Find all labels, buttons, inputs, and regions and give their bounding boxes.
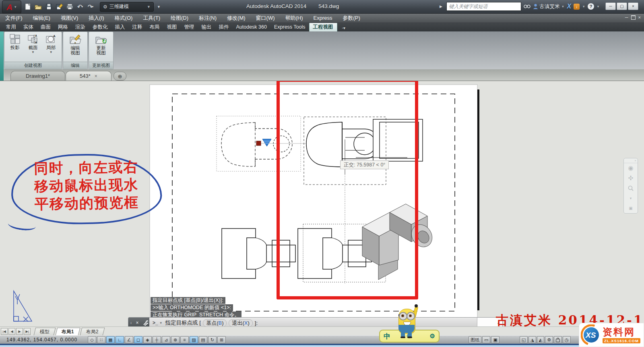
close-button[interactable]: × <box>628 2 638 10</box>
quick-view-drawings-icon[interactable]: ▣ <box>491 336 499 343</box>
annotation-autoscale-icon[interactable]: ◭ <box>537 336 544 343</box>
update-view-button[interactable]: ↻ 更新视图 <box>92 33 110 55</box>
gear-icon[interactable]: ⚙ <box>430 332 435 340</box>
menu-window[interactable]: 窗口(W) <box>251 13 280 23</box>
menu-express[interactable]: Express <box>308 13 338 23</box>
lock-icon[interactable] <box>554 336 562 343</box>
new-drawing-button[interactable]: ⊕ <box>114 72 126 81</box>
maximize-button[interactable]: ▢ <box>617 2 627 10</box>
next-layout-button[interactable]: ▶ <box>16 328 23 335</box>
ribbon-minimize-button[interactable]: ▫▾ <box>340 25 348 31</box>
last-layout-button[interactable]: ▶| <box>24 328 31 335</box>
menu-file[interactable]: 文件(F) <box>0 13 28 23</box>
search-input[interactable]: 键入关键字或短语 <box>446 2 521 11</box>
application-menu-button[interactable]: A▼ <box>2 0 21 14</box>
option-exit-button[interactable]: 退出(X) <box>229 319 252 327</box>
menu-format[interactable]: 格式(O) <box>109 13 138 23</box>
ribbon-tab-view[interactable]: 视图 <box>163 23 181 31</box>
infocenter-collapse-button[interactable]: ▶ <box>438 3 444 10</box>
showmotion-icon[interactable]: ▣ <box>624 203 638 213</box>
panel-label-edit[interactable]: 编辑 <box>63 62 87 69</box>
quick-properties-icon[interactable]: ▤ <box>199 336 207 343</box>
menu-modify[interactable]: 修改(M) <box>222 13 251 23</box>
coordinate-readout[interactable]: 149.4362, 154.0457, 0.0000 <box>6 337 77 343</box>
menu-view[interactable]: 视图(V) <box>56 13 83 23</box>
ribbon-tab-layout[interactable]: 布局 <box>146 23 163 31</box>
command-input[interactable]: 指定目标点或 [ 基点(B) 退出(X) ]: <box>165 319 258 327</box>
close-icon[interactable]: × <box>95 73 97 79</box>
doc-minimize-button[interactable]: ─ <box>625 15 628 20</box>
detail-view-button[interactable]: A 局部 ▼ <box>43 33 59 54</box>
command-prompt-icon[interactable]: >_▼ <box>153 320 163 326</box>
selection-cycling-icon[interactable]: ↻ <box>208 336 217 343</box>
navigation-wheel-icon[interactable]: ◉ <box>624 163 638 173</box>
annotation-monitor-icon[interactable]: ⊞ <box>217 336 226 343</box>
undo-button[interactable]: ↶▾ <box>76 2 85 11</box>
minimize-button[interactable]: ─ <box>605 2 616 10</box>
save-button[interactable] <box>44 2 53 11</box>
annotation-scale-gear-icon[interactable]: ⚙ <box>545 336 553 343</box>
tab-layout2[interactable]: 布局2 <box>80 328 104 335</box>
redo-button[interactable]: ↷▾ <box>86 2 95 11</box>
ribbon-tab-output[interactable]: 输出 <box>198 23 215 31</box>
tab-layout1[interactable]: 布局1 <box>56 328 80 335</box>
3d-object-snap-icon[interactable]: ◈ <box>143 336 152 343</box>
object-snap-tracking-icon[interactable]: ┼ <box>153 336 161 343</box>
tab-model[interactable]: 模型 <box>34 328 56 335</box>
signin-user[interactable]: 古滇艾米 ▼ <box>533 3 565 10</box>
clean-screen-icon[interactable]: ◷ <box>563 336 571 343</box>
plot-button[interactable] <box>65 2 74 11</box>
ribbon-tab-mesh[interactable]: 网格 <box>54 23 72 31</box>
zoom-icon[interactable] <box>624 183 638 193</box>
ribbon-tab-annotate[interactable]: 注释 <box>129 23 146 31</box>
menu-parametric[interactable]: 参数(P) <box>338 13 365 23</box>
section-view-button[interactable]: AA 截面 ▼ <box>25 33 41 54</box>
menu-help[interactable]: 帮助(H) <box>280 13 308 23</box>
doc-restore-button[interactable] <box>631 15 636 20</box>
lineweight-icon[interactable]: ≡ <box>180 336 189 343</box>
object-snap-icon[interactable]: ◻ <box>134 336 142 343</box>
doc-close-button[interactable]: × <box>638 15 641 20</box>
menu-draw[interactable]: 绘图(D) <box>165 13 194 23</box>
ribbon-tab-solid[interactable]: 实体 <box>20 23 37 31</box>
annotation-visibility-icon[interactable]: ◮ <box>528 336 536 343</box>
ribbon-tab-surface[interactable]: 曲面 <box>37 23 54 31</box>
panel-label-create-view[interactable]: 创建视图 <box>4 62 62 69</box>
grid-display-icon[interactable]: ▦ <box>106 336 115 343</box>
polar-tracking-icon[interactable]: ∠ <box>125 336 133 343</box>
exchange-apps-icon[interactable]: X <box>567 3 571 10</box>
dynamic-ucs-icon[interactable]: ⊿ <box>162 336 170 343</box>
new-file-button[interactable] <box>23 2 32 11</box>
dynamic-input-icon[interactable]: ⊕ <box>171 336 180 343</box>
workspace-switcher[interactable]: ⚙ 三维建模 ▼ <box>100 2 154 12</box>
menu-edit[interactable]: 编辑(E) <box>28 13 56 23</box>
transparency-icon[interactable]: ▨ <box>190 336 198 343</box>
option-basepoint-button[interactable]: 基点(B) <box>203 319 227 327</box>
qat-dropdown-button[interactable]: ▼ <box>157 5 161 9</box>
menu-insert[interactable]: 插入(I) <box>83 13 109 23</box>
ribbon-tab-plugins[interactable]: 插件 <box>215 23 233 31</box>
orbit-dropdown-icon[interactable]: ▾ <box>624 193 638 203</box>
file-tab-drawing1[interactable]: Drawing1* <box>10 71 65 81</box>
ribbon-tab-insert[interactable]: 插入 <box>111 23 129 31</box>
ribbon-tab-render[interactable]: 渲染 <box>72 23 89 31</box>
pan-icon[interactable]: ✣ <box>624 173 638 183</box>
ribbon-tab-home[interactable]: 常用 <box>2 23 20 31</box>
menu-tools[interactable]: 工具(T) <box>138 13 165 23</box>
help-button[interactable]: ? <box>588 3 594 10</box>
ribbon-tab-express-tools[interactable]: Express Tools <box>270 23 309 31</box>
menu-dimension[interactable]: 标注(N) <box>194 13 222 23</box>
save-as-button[interactable] <box>55 2 64 11</box>
panel-label-update-view[interactable]: 更新视图 <box>89 62 113 69</box>
ime-punctuation-button[interactable]: ’ <box>387 333 389 340</box>
ribbon-tab-parametric[interactable]: 参数化 <box>89 23 111 31</box>
open-file-button[interactable] <box>34 2 43 11</box>
prev-layout-button[interactable]: ◀ <box>8 328 15 335</box>
quick-view-layouts-icon[interactable]: ▭ <box>482 336 490 343</box>
ribbon-tab-autodesk360[interactable]: Autodesk 360 <box>233 23 270 31</box>
binoculars-search-icon[interactable] <box>524 4 530 10</box>
edit-view-button[interactable]: 编辑视图 <box>66 33 85 55</box>
first-layout-button[interactable]: |◀ <box>1 328 8 335</box>
viewport-maximize-icon[interactable]: ◱ <box>520 336 528 343</box>
snap-mode-icon[interactable]: ∷ <box>97 336 105 343</box>
